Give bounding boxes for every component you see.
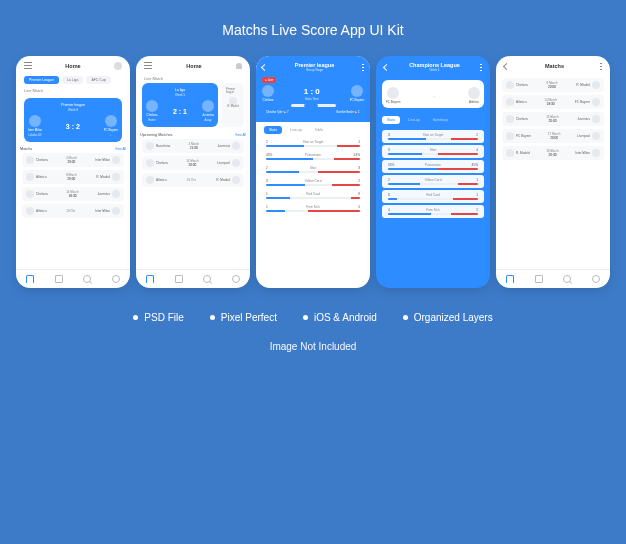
match-row[interactable]: Atletico8 March20:00R. Madrid <box>22 170 124 184</box>
stat-row: 45%Possession24% <box>256 151 370 162</box>
back-icon[interactable] <box>383 63 390 70</box>
features-list: PSD File Pixel Perfect iOS & Android Org… <box>133 312 492 323</box>
chip-premier[interactable]: Premier League <box>24 76 59 84</box>
team-name: Juventus <box>202 113 214 117</box>
feature-label: Pixel Perfect <box>221 312 277 323</box>
match-row[interactable]: Chelsea4 March20:00Inter Milan <box>22 153 124 167</box>
stat-name: Possession <box>425 163 441 167</box>
search-icon[interactable] <box>203 275 211 283</box>
home-icon[interactable] <box>146 275 154 283</box>
back-icon[interactable] <box>261 63 268 70</box>
goal-right: Gunther Beckn ⚽ 1' <box>336 111 360 114</box>
stat-bar <box>388 198 478 200</box>
live-badge: ● Live <box>262 77 276 83</box>
stat-row: 1Free Kick5 <box>256 203 370 214</box>
score: 2 : 1 <box>173 108 187 115</box>
chip-afc[interactable]: AFC Cup <box>86 76 110 84</box>
tab-stats[interactable]: Stats <box>264 126 282 134</box>
match-row[interactable]: FC Bayern17 March20:00Liverpool <box>502 129 604 143</box>
calendar-icon[interactable] <box>535 275 543 283</box>
stat-bar <box>266 197 360 199</box>
team-badge <box>146 100 158 112</box>
score: 1 : 0 <box>304 87 320 96</box>
next-match-card[interactable]: Premier league R. Madrid <box>222 83 244 127</box>
more-icon[interactable] <box>362 63 364 71</box>
back-icon[interactable] <box>503 62 510 69</box>
stat-row: 3Shot on Target2 <box>382 130 484 143</box>
match-hero-card[interactable]: FC Bayern - Atletico <box>382 80 484 108</box>
match-row[interactable]: Chelsea14 March18:30Juventus <box>22 187 124 201</box>
chip-liga[interactable]: La Liga <box>62 76 83 84</box>
match-time: 20:30 <box>548 153 556 157</box>
header-title: Home <box>65 63 80 69</box>
more-icon[interactable] <box>480 63 482 71</box>
live-match-card[interactable]: Premier league Week 6 Inter MilanLukaku … <box>24 98 122 142</box>
team-badge <box>26 173 34 181</box>
match-row[interactable]: Barcelona4 March21:00Juventus <box>142 139 244 153</box>
screen-home-alt: Home Live Match La liga Week 5 ChelseaHo… <box>136 56 250 288</box>
tab-lineup[interactable]: Line-up <box>403 116 425 124</box>
team-a: FC Bayern <box>516 134 531 138</box>
stat-bar <box>266 210 360 212</box>
avatar[interactable] <box>114 62 122 70</box>
more-icon[interactable] <box>600 62 602 70</box>
stat-name: Shot on Target <box>303 140 324 144</box>
calendar-icon[interactable] <box>175 275 183 283</box>
stat-bar <box>266 145 360 147</box>
match-row[interactable]: Chelsea8 March20:00R. Madrid <box>502 78 604 92</box>
screen-home: Home Premier League La Liga AFC Cup Live… <box>16 56 130 288</box>
home-icon[interactable] <box>26 275 34 283</box>
stat-left: 1 <box>266 205 268 209</box>
tab-summary[interactable]: Summary <box>428 116 453 124</box>
stat-row: 4Free Kick2 <box>382 205 484 218</box>
team-name: FC Bayern <box>104 128 118 132</box>
search-icon[interactable] <box>83 275 91 283</box>
match-row[interactable]: Chelsea14 March20:00Liverpool <box>142 156 244 170</box>
bullet-icon <box>210 315 215 320</box>
stat-bar <box>388 168 478 170</box>
tab-stats[interactable]: Stats <box>382 116 400 124</box>
match-time: 20:00 <box>548 119 556 123</box>
team-name: FC Bayern <box>386 100 400 104</box>
calendar-icon[interactable] <box>55 275 63 283</box>
stat-name: Shot <box>310 166 317 170</box>
team-badge <box>112 190 120 198</box>
team-a: Chelsea <box>516 117 528 121</box>
feature-label: iOS & Android <box>314 312 377 323</box>
team-a: Chelsea <box>36 192 48 196</box>
team-badge <box>26 207 34 215</box>
match-row[interactable]: R. Madrid19 March20:30Inter Milan <box>502 146 604 160</box>
team-a: Atletico <box>36 209 46 213</box>
home-away: Home <box>148 118 155 122</box>
screen-matches-list: Matchs Chelsea8 March20:00R. MadridAtlet… <box>496 56 610 288</box>
home-icon[interactable] <box>506 275 514 283</box>
progress-thumb[interactable] <box>304 104 318 107</box>
menu-icon[interactable] <box>144 62 152 70</box>
bell-icon[interactable] <box>236 63 242 69</box>
match-row[interactable]: Chelsea15 March20:00Juventus <box>502 112 604 126</box>
view-all-link[interactable]: View All <box>115 147 126 151</box>
match-row[interactable]: Atletico14 March18:30FC Bayern <box>502 95 604 109</box>
team-badge <box>232 176 240 184</box>
stat-row: 1Red Card0 <box>256 190 370 201</box>
stat-name: Free Kick <box>426 208 439 212</box>
stat-left: 3 <box>388 133 390 137</box>
view-all-link[interactable]: View All <box>235 133 246 137</box>
tab-lineup[interactable]: Line-up <box>285 126 307 134</box>
stat-left: 0 <box>388 193 390 197</box>
live-match-card[interactable]: La liga Week 5 ChelseaHome 2 : 1 Juventu… <box>142 83 218 127</box>
search-icon[interactable] <box>563 275 571 283</box>
team-badge <box>351 85 363 97</box>
stat-left: 2 <box>266 140 268 144</box>
menu-icon[interactable] <box>24 62 32 70</box>
tab-table[interactable]: Table <box>310 126 328 134</box>
upcoming-list: Barcelona4 March21:00Juventus Chelsea14 … <box>136 139 250 190</box>
match-row[interactable]: Atletico19 OctInter Milan <box>22 204 124 218</box>
user-icon[interactable] <box>592 275 600 283</box>
user-icon[interactable] <box>232 275 240 283</box>
match-row[interactable]: Atletico19 OctR. Madrid <box>142 173 244 187</box>
team-badge <box>387 87 399 99</box>
user-icon[interactable] <box>112 275 120 283</box>
stat-right: 45% <box>472 163 478 167</box>
week-label: Week 6 <box>68 108 78 112</box>
